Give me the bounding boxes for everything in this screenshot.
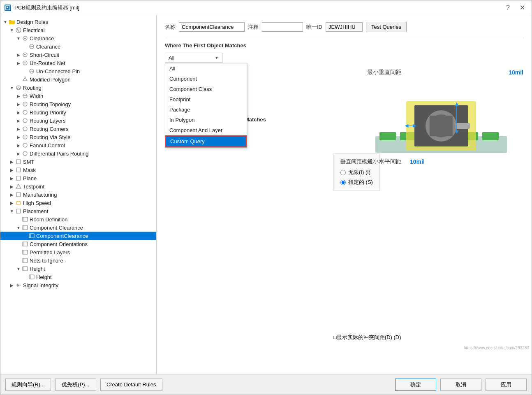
short-circuit-icon: [22, 51, 28, 58]
tree-item-nets-to-ignore[interactable]: Nets to Ignore: [0, 256, 156, 265]
radio-unlimited[interactable]: [340, 170, 346, 175]
tree-item-clearance-group[interactable]: ▼ Clearance: [0, 34, 156, 42]
svg-rect-50: [29, 275, 34, 279]
dropdown-item-component[interactable]: Component: [165, 74, 247, 84]
tree-item-component-clearance-selected[interactable]: ComponentClearance: [0, 232, 156, 240]
tree-item-mask[interactable]: ▶ Mask: [0, 166, 156, 174]
rule-wizard-button[interactable]: 规则向导(R)...: [5, 379, 51, 391]
comment-input[interactable]: [262, 22, 303, 32]
svg-rect-4: [9, 20, 11, 21]
dropdown-item-comp-and-layer[interactable]: Component And Layer: [165, 125, 247, 135]
diff-pairs-icon: [22, 150, 28, 157]
svg-rect-27: [16, 160, 21, 164]
v-clearance-label: 最小垂直间距: [367, 69, 402, 76]
bottom-left: 规则向导(R)... 优先权(P)... Create Default Rule…: [5, 379, 162, 391]
svg-rect-31: [16, 193, 21, 197]
expander-short-circuit: ▶: [15, 51, 22, 58]
tree-item-smt[interactable]: ▶ SMT: [0, 158, 156, 166]
tree-label-clearance: Clearance: [36, 44, 60, 50]
watermark: https://www.eec.sl.cn/altium/293287: [464, 346, 529, 350]
radio-specified[interactable]: [340, 180, 346, 185]
apply-button[interactable]: 应用: [486, 379, 527, 391]
tree-label-width: Width: [30, 93, 43, 99]
routing-topology-icon: [22, 101, 28, 107]
close-button[interactable]: ✕: [517, 4, 527, 12]
expander-comp-orient: [15, 241, 22, 247]
tree-item-un-connected-pin[interactable]: Un-Connected Pin: [0, 67, 156, 75]
checkbox-label[interactable]: □显示实际的冲突间距(D) (D): [333, 334, 401, 341]
tree-item-short-circuit[interactable]: ▶ Short-Circuit: [0, 51, 156, 59]
tree-item-room-definition[interactable]: Room Definition: [0, 215, 156, 223]
tree-item-modified-polygon[interactable]: Modified Polygon: [0, 75, 156, 84]
tree-item-placement[interactable]: ▼ Placement: [0, 207, 156, 215]
tree-item-width[interactable]: ▶ Width: [0, 92, 156, 100]
tree-item-high-speed[interactable]: ▶ High Speed: [0, 199, 156, 207]
dropdown-item-component-class[interactable]: Component Class: [165, 84, 247, 94]
expander-modified-polygon: [15, 76, 22, 83]
dropdown-item-custom-query[interactable]: Custom Query: [165, 135, 247, 147]
tree-item-manufacturing[interactable]: ▶ Manufacturing: [0, 191, 156, 199]
tree-item-clearance[interactable]: Clearance: [0, 42, 156, 51]
tree-item-fanout-control[interactable]: ▶ Fanout Control: [0, 141, 156, 149]
window-title: PCB规则及约束编辑器 [mil]: [14, 4, 79, 12]
tree-label-un-routed-net: Un-Routed Net: [30, 60, 65, 66]
tree-item-plane[interactable]: ▶ Plane: [0, 174, 156, 182]
dropdown-arrow-icon: ▼: [215, 56, 219, 60]
svg-point-23: [23, 127, 27, 131]
tree-item-diff-pairs[interactable]: ▶ Differential Pairs Routing: [0, 149, 156, 158]
tree-label-modified-polygon: Modified Polygon: [30, 77, 71, 83]
first-object-dropdown[interactable]: All ▼: [165, 53, 222, 63]
un-connected-pin-icon: [28, 68, 35, 74]
tree-item-height-folder[interactable]: ▼ Height: [0, 265, 156, 273]
expander-clearance-group: ▼: [15, 35, 22, 42]
svg-rect-35: [16, 209, 21, 213]
cancel-button[interactable]: 取消: [440, 379, 481, 391]
uid-input[interactable]: [326, 22, 363, 32]
priority-button[interactable]: 优先权(P)...: [55, 379, 96, 391]
v-clearance-row: 最小垂直间距 10mil: [367, 69, 523, 76]
tree-item-routing[interactable]: ▼ Routing: [0, 84, 156, 92]
expander-high-speed: ▶: [9, 200, 15, 206]
radio-specified-label: 指定的 (S): [348, 179, 373, 186]
plane-icon: [15, 175, 22, 181]
tree-item-component-orientations[interactable]: Component Orientations: [0, 240, 156, 248]
radio-unlimited-label: 无限(I) (I): [348, 169, 370, 176]
tree-item-electrical[interactable]: ▼ Electrical: [0, 26, 156, 34]
tree-item-height-item[interactable]: Height: [0, 273, 156, 281]
dropdown-item-package[interactable]: Package: [165, 105, 247, 115]
pcb-diagram: [367, 79, 515, 161]
tree-item-routing-via-style[interactable]: ▶ Routing Via Style: [0, 133, 156, 141]
svg-rect-36: [23, 217, 28, 221]
bottom-right: 确定 取消 应用: [395, 379, 527, 391]
svg-rect-38: [23, 225, 28, 230]
tree-item-signal-integrity[interactable]: ▶ Signal Integrity: [0, 281, 156, 289]
tree-label-nets-to-ignore: Nets to Ignore: [30, 258, 63, 264]
tree-label-signal-integrity: Signal Integrity: [23, 282, 58, 288]
routing-priority-icon: [22, 109, 28, 116]
test-queries-button[interactable]: Test Queries: [366, 22, 407, 32]
tree-item-component-clearance[interactable]: ▼ Component Clearance: [0, 223, 156, 232]
svg-rect-42: [23, 242, 28, 246]
tree-item-routing-priority[interactable]: ▶ Routing Priority: [0, 108, 156, 116]
dropdown-item-all[interactable]: All: [165, 63, 247, 74]
expander-component-clearance: ▼: [15, 224, 22, 231]
cc-selected-icon: [28, 232, 35, 239]
ok-button[interactable]: 确定: [395, 379, 436, 391]
tree-item-testpoint[interactable]: ▶ Testpoint: [0, 182, 156, 191]
svg-point-25: [23, 143, 27, 147]
testpoint-icon: [15, 183, 22, 190]
tree-item-routing-layers[interactable]: ▶ Routing Layers: [0, 116, 156, 125]
radio-specified-item: 指定的 (S): [340, 179, 373, 186]
dropdown-item-in-polygon[interactable]: In Polygon: [165, 115, 247, 125]
tree-item-routing-corners[interactable]: ▶ Routing Corners: [0, 125, 156, 133]
name-input[interactable]: [179, 22, 245, 32]
tree-item-un-routed-net[interactable]: ▶ Un-Routed Net: [0, 59, 156, 67]
tree-item-routing-topology[interactable]: ▶ Routing Topology: [0, 100, 156, 108]
tree-item-permitted-layers[interactable]: Permitted Layers: [0, 248, 156, 256]
create-default-button[interactable]: Create Default Rules: [100, 379, 162, 391]
dropdown-item-footprint[interactable]: Footprint: [165, 94, 247, 105]
help-button[interactable]: ?: [504, 4, 512, 12]
svg-marker-30: [16, 184, 21, 188]
expander-permitted-layers: [15, 249, 22, 256]
tree-item-design-rules[interactable]: ▼ Design Rules: [0, 18, 156, 26]
